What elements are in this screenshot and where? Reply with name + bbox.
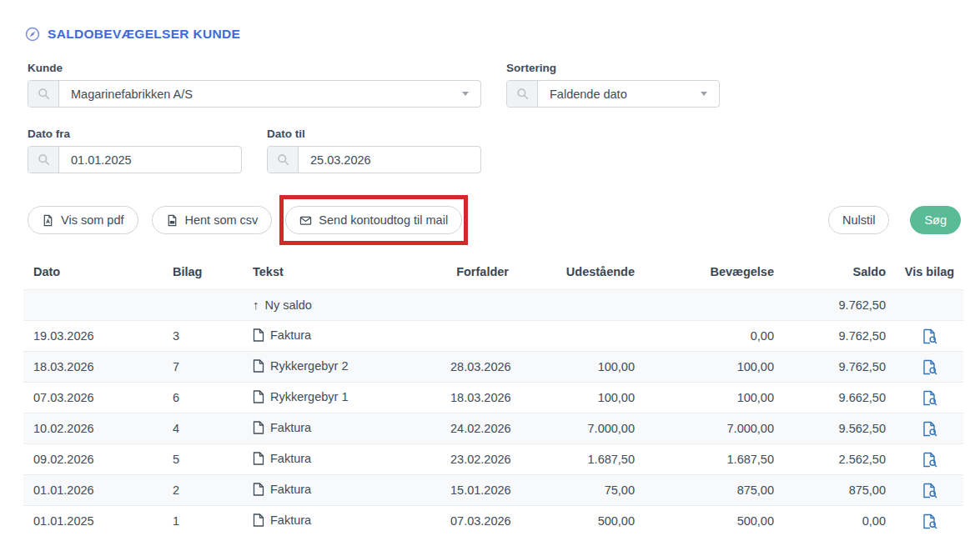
date-to-label: Dato til	[267, 128, 481, 140]
arrow-up-icon: ↑	[253, 298, 259, 311]
customer-field: Kunde Magarinefabrikken A/S	[28, 62, 481, 108]
document-icon	[253, 328, 264, 342]
table-row: 18.03.2026 7 ↑ Rykkergebyr 2 28.03.2026 …	[23, 352, 963, 383]
view-document-button[interactable]	[922, 421, 937, 437]
envelope-icon	[299, 214, 312, 227]
reset-button[interactable]: Nulstil	[828, 206, 889, 234]
date-to-field: Dato til 25.03.2026	[267, 128, 481, 173]
column-header: Saldo	[784, 265, 896, 290]
table-row: 10.02.2026 4 ↑ Faktura 24.02.2026 7.000,…	[23, 413, 963, 444]
download-csv-button[interactable]: Hent som csv	[152, 206, 273, 234]
date-from-field: Dato fra 01.01.2025	[28, 128, 242, 173]
table-row: 19.03.2026 3 ↑ Faktura 0,00 9.762,50	[23, 321, 963, 352]
compass-icon	[25, 27, 40, 42]
document-icon	[253, 483, 264, 496]
actions-toolbar: Vis som pdf Hent som csv Send kontoudtog…	[28, 197, 961, 243]
document-search-icon	[922, 421, 937, 437]
date-to-input[interactable]: 25.03.2026	[267, 146, 481, 173]
customer-value: Magarinefabrikken A/S	[59, 88, 462, 101]
document-search-icon	[922, 452, 937, 468]
column-header: Dato	[23, 265, 173, 290]
column-header: Bevægelse	[645, 265, 784, 290]
date-from-label: Dato fra	[28, 128, 242, 140]
search-icon	[28, 81, 59, 107]
table-row: 01.01.2025 1 ↑ Faktura 07.03.2026 500,00…	[23, 506, 963, 537]
table-row: ↑ Ny saldo 9.762,50	[23, 290, 963, 321]
view-document-button[interactable]	[922, 328, 937, 344]
document-search-icon	[922, 483, 937, 498]
document-icon	[253, 452, 264, 465]
column-header: Forfalder	[450, 265, 519, 290]
view-document-button[interactable]	[922, 390, 937, 406]
date-to-value: 25.03.2026	[299, 153, 480, 167]
document-search-icon	[922, 390, 937, 406]
chevron-down-icon	[462, 92, 469, 96]
document-icon	[253, 390, 264, 403]
search-icon	[507, 81, 538, 107]
document-icon	[253, 359, 264, 373]
table-header-row: DatoBilagTekstForfalderUdeståendeBevægel…	[23, 265, 963, 290]
view-document-button[interactable]	[922, 452, 937, 468]
view-document-button[interactable]	[922, 513, 937, 529]
search-icon	[268, 147, 299, 173]
view-document-button[interactable]	[922, 359, 937, 375]
document-search-icon	[922, 328, 937, 344]
table-row: 09.02.2026 5 ↑ Faktura 23.02.2026 1.687,…	[23, 444, 963, 475]
sorting-value: Faldende dato	[538, 88, 701, 101]
send-statement-mail-button[interactable]: Send kontoudtog til mail	[285, 206, 462, 234]
column-header: Vis bilag	[896, 265, 963, 290]
chevron-down-icon	[701, 92, 707, 96]
document-search-icon	[922, 513, 937, 529]
customer-select[interactable]: Magarinefabrikken A/S	[28, 80, 481, 108]
column-header: Tekst	[253, 265, 450, 290]
document-search-icon	[922, 359, 937, 375]
table-row: 01.01.2026 2 ↑ Faktura 15.01.2026 75,00 …	[23, 475, 963, 506]
balance-movements-table: DatoBilagTekstForfalderUdeståendeBevægel…	[23, 265, 963, 537]
search-icon	[28, 147, 59, 173]
customer-label: Kunde	[28, 62, 481, 74]
pdf-file-icon	[42, 214, 54, 227]
sorting-select[interactable]: Faldende dato	[506, 80, 720, 108]
csv-file-icon	[166, 214, 178, 227]
document-icon	[253, 513, 264, 527]
table-row: 07.03.2026 6 ↑ Rykkergebyr 1 18.03.2026 …	[23, 383, 963, 413]
red-highlight-annotation: Send kontoudtog til mail	[279, 195, 468, 245]
date-from-value: 01.01.2025	[59, 153, 241, 167]
column-header: Udestående	[519, 265, 645, 290]
view-document-button[interactable]	[922, 483, 937, 498]
page-header: Saldobevægelser kunde	[0, 0, 980, 42]
page-title: Saldobevægelser kunde	[48, 27, 240, 42]
search-button[interactable]: Søg	[910, 206, 961, 234]
view-as-pdf-button[interactable]: Vis som pdf	[28, 206, 138, 234]
date-from-input[interactable]: 01.01.2025	[28, 146, 242, 173]
sorting-label: Sortering	[506, 62, 720, 74]
sorting-field: Sortering Faldende dato	[506, 62, 720, 108]
document-icon	[253, 421, 264, 434]
column-header: Bilag	[173, 265, 253, 290]
saldobevaegelser-page: Saldobevægelser kunde Kunde Magarinefabr…	[0, 0, 980, 556]
